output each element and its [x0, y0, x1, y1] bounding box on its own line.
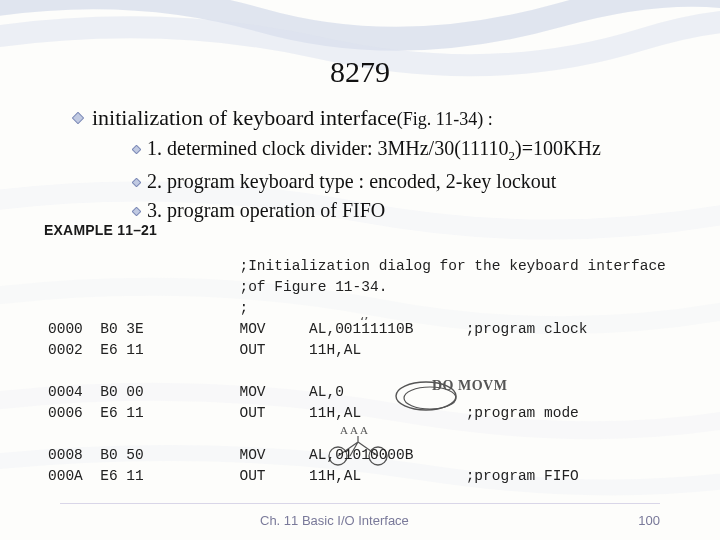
example-label: EXAMPLE 11–21: [44, 222, 680, 238]
headline-fig: (Fig. 11-34) :: [397, 109, 493, 129]
code-listing: ;Initialization dialog for the keyboard …: [40, 256, 680, 487]
slide-title: 8279: [40, 55, 680, 89]
bullet-text: 3. program operation of FIFO: [147, 199, 385, 221]
bullet-text: 1. determined clock divider: 3MHz/30(111…: [147, 137, 509, 159]
bullet-item: 1. determined clock divider: 3MHz/30(111…: [132, 137, 680, 164]
diamond-bullet-icon: [132, 145, 141, 154]
headline-text: initialization of keyboard interface: [92, 105, 397, 130]
diamond-bullet-icon: [72, 112, 84, 124]
footer-rule: [60, 503, 660, 504]
svg-rect-3: [132, 207, 140, 215]
svg-rect-0: [72, 112, 83, 123]
headline: initialization of keyboard interface(Fig…: [72, 105, 680, 131]
svg-rect-2: [132, 178, 140, 186]
footer-page-number: 100: [638, 513, 660, 528]
bullet-text-suffix: )=100KHz: [515, 137, 601, 159]
slide-footer: Ch. 11 Basic I/O Interface 100: [0, 513, 720, 528]
bullet-item: 3. program operation of FIFO: [132, 199, 680, 222]
bullet-text: 2. program keyboard type : encoded, 2-ke…: [147, 170, 556, 192]
diamond-bullet-icon: [132, 207, 141, 216]
bullet-item: 2. program keyboard type : encoded, 2-ke…: [132, 170, 680, 193]
svg-rect-1: [132, 145, 140, 153]
footer-chapter: Ch. 11 Basic I/O Interface: [260, 513, 409, 528]
diamond-bullet-icon: [132, 178, 141, 187]
